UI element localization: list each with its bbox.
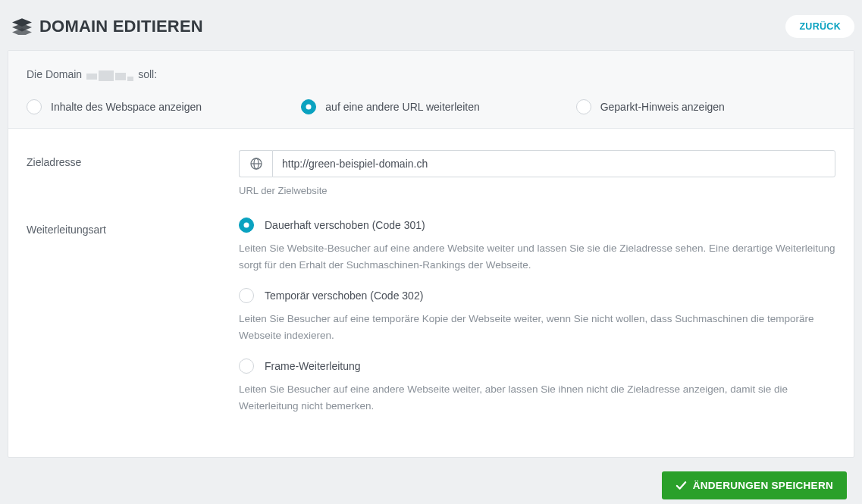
choice-webspace[interactable]: Inhalte des Webspace anzeigen bbox=[27, 99, 286, 114]
intro-suffix: soll: bbox=[138, 68, 157, 80]
option-frame-desc: Leiten Sie Besucher auf eine andere Webs… bbox=[239, 381, 835, 414]
back-button[interactable]: ZURÜCK bbox=[785, 15, 854, 38]
choice-redirect-label: auf eine andere URL weiterleiten bbox=[325, 101, 479, 113]
choice-parked-label: Geparkt-Hinweis anzeigen bbox=[600, 101, 725, 113]
page-title: DOMAIN EDITIEREN bbox=[39, 17, 203, 36]
option-301-desc: Leiten Sie Website-Besucher auf eine and… bbox=[239, 240, 835, 273]
radio-redirect[interactable] bbox=[301, 99, 316, 114]
domain-name-redacted bbox=[86, 67, 133, 81]
option-frame: Frame-Weiterleitung Leiten Sie Besucher … bbox=[239, 358, 835, 414]
option-301-head[interactable]: Dauerhaft verschoben (Code 301) bbox=[239, 218, 835, 233]
option-302: Temporär verschoben (Code 302) Leiten Si… bbox=[239, 288, 835, 343]
option-301: Dauerhaft verschoben (Code 301) Leiten S… bbox=[239, 218, 835, 273]
main-panel: Die Domain soll: Inhalte des Webspace an… bbox=[8, 50, 854, 458]
field-target: URL der Zielwebsite bbox=[239, 150, 835, 196]
globe-icon bbox=[239, 150, 272, 177]
label-target: Zieladresse bbox=[27, 150, 239, 168]
choice-parked[interactable]: Geparkt-Hinweis anzeigen bbox=[576, 99, 835, 114]
domain-action-choices: Inhalte des Webspace anzeigen auf eine a… bbox=[27, 99, 835, 114]
option-frame-title: Frame-Weiterleitung bbox=[265, 360, 361, 372]
radio-302[interactable] bbox=[239, 288, 254, 303]
option-301-title: Dauerhaft verschoben (Code 301) bbox=[265, 219, 425, 231]
layers-icon bbox=[12, 18, 32, 35]
header-left: DOMAIN EDITIEREN bbox=[12, 17, 203, 36]
radio-frame[interactable] bbox=[239, 358, 254, 374]
intro-prefix: Die Domain bbox=[27, 68, 82, 80]
save-button-label: ÄNDERUNGEN SPEICHERN bbox=[693, 480, 833, 491]
radio-webspace[interactable] bbox=[27, 99, 42, 114]
svg-marker-2 bbox=[12, 28, 32, 35]
field-redirect-type: Dauerhaft verschoben (Code 301) Leiten S… bbox=[239, 218, 835, 415]
save-button[interactable]: ÄNDERUNGEN SPEICHERN bbox=[662, 471, 847, 499]
choice-redirect[interactable]: auf eine andere URL weiterleiten bbox=[301, 99, 560, 114]
footer: ÄNDERUNGEN SPEICHERN bbox=[8, 458, 854, 504]
target-help-text: URL der Zielwebsite bbox=[239, 185, 835, 196]
choice-webspace-label: Inhalte des Webspace anzeigen bbox=[51, 101, 202, 113]
row-target: Zieladresse URL der Zielwebsite bbox=[27, 150, 835, 196]
target-input-group bbox=[239, 150, 835, 177]
target-url-input[interactable] bbox=[272, 150, 835, 177]
label-redirect-type: Weiterleitungsart bbox=[27, 218, 239, 236]
check-icon bbox=[675, 480, 687, 491]
page-header: DOMAIN EDITIEREN ZURÜCK bbox=[8, 8, 854, 50]
domain-intro: Die Domain soll: bbox=[27, 67, 835, 81]
option-302-head[interactable]: Temporär verschoben (Code 302) bbox=[239, 288, 835, 303]
domain-action-section: Die Domain soll: Inhalte des Webspace an… bbox=[8, 51, 854, 129]
option-302-title: Temporär verschoben (Code 302) bbox=[265, 290, 423, 302]
radio-parked[interactable] bbox=[576, 99, 591, 114]
option-302-desc: Leiten Sie Besucher auf eine temporäre K… bbox=[239, 311, 835, 343]
row-redirect-type: Weiterleitungsart Dauerhaft verschoben (… bbox=[27, 218, 835, 415]
option-frame-head[interactable]: Frame-Weiterleitung bbox=[239, 358, 835, 374]
radio-301[interactable] bbox=[239, 218, 254, 233]
redirect-settings: Zieladresse URL der Zielwebsite Weiterl bbox=[8, 129, 854, 457]
